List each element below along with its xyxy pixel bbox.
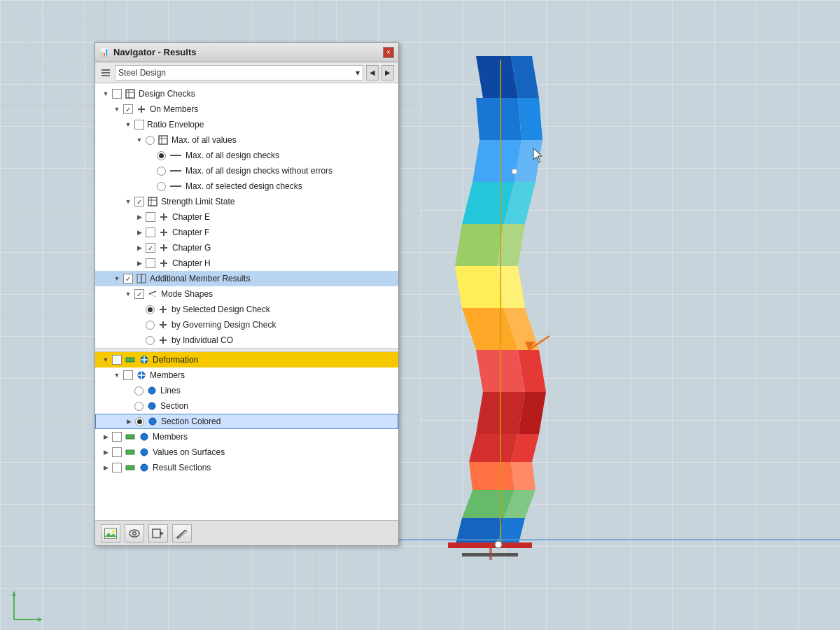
checkbox-mode-shapes[interactable] <box>134 289 144 299</box>
svg-marker-51 <box>12 592 16 596</box>
radio-max-design-checks[interactable] <box>157 151 166 160</box>
design-checks-label: Design Checks <box>139 89 195 99</box>
pen-button[interactable] <box>172 524 192 542</box>
tree-item-values-surfaces[interactable]: ▶ Values on Surfaces <box>95 444 398 460</box>
radio-max-selected[interactable] <box>157 182 166 191</box>
radio-by-selected-design[interactable] <box>146 305 155 314</box>
radio-max-all-values[interactable] <box>146 136 155 145</box>
tree-item-strength-limit[interactable]: ▼ Strength Limit State <box>95 194 398 209</box>
svg-marker-15 <box>476 98 522 140</box>
svg-rect-54 <box>102 75 110 76</box>
tree-item-mode-shapes[interactable]: ▼ Mode Shapes <box>95 286 398 302</box>
checkbox-chapter-e[interactable] <box>146 212 155 222</box>
result-sections-label: Result Sections <box>153 463 211 472</box>
expand-chapter-f[interactable]: ▶ <box>134 227 144 237</box>
checkbox-chapter-f[interactable] <box>146 227 155 237</box>
image-button[interactable] <box>101 524 120 542</box>
members-2-icon <box>125 431 136 442</box>
next-button[interactable]: ▶ <box>382 65 394 80</box>
radio-section[interactable] <box>134 402 144 411</box>
tree-item-ratio-envelope[interactable]: ▼ Ratio Envelope <box>95 117 398 132</box>
radio-max-no-errors[interactable] <box>157 167 166 176</box>
tree-item-chapter-f[interactable]: ▶ Chapter F <box>95 225 398 240</box>
by-selected-design-icon <box>158 304 169 315</box>
tree-item-additional-member[interactable]: ▼ Additional Member Results <box>95 271 398 286</box>
expand-result-sections[interactable]: ▶ <box>101 463 111 472</box>
expand-chapter-g[interactable]: ▶ <box>134 243 144 253</box>
checkbox-on-members[interactable] <box>123 104 133 114</box>
mouse-cursor <box>532 147 546 164</box>
by-governing-icon <box>158 319 169 330</box>
checkbox-chapter-h[interactable] <box>146 258 155 268</box>
chapter-e-icon <box>158 211 169 223</box>
tree-item-section[interactable]: ▶ Section <box>95 398 398 414</box>
tree-item-chapter-e[interactable]: ▶ Chapter E <box>95 209 398 225</box>
tree-item-members-sub[interactable]: ▼ Members <box>95 368 398 383</box>
expand-mode-shapes[interactable]: ▼ <box>123 289 133 299</box>
tree-item-members-2[interactable]: ▶ Members <box>95 429 398 444</box>
tree-item-design-checks[interactable]: ▼ Design Checks <box>95 86 398 102</box>
svg-point-92 <box>148 402 155 410</box>
max-design-checks-label: Max. of all design checks <box>186 150 279 160</box>
tree-item-deformation[interactable]: ▼ Deformation <box>95 352 398 368</box>
tree-item-max-selected[interactable]: ▶ Max. of selected design checks <box>95 178 398 194</box>
expand-chapter-e[interactable]: ▶ <box>134 212 144 222</box>
tree-item-max-no-errors[interactable]: ▶ Max. of all design checks without erro… <box>95 163 398 178</box>
tree-item-chapter-g[interactable]: ▶ Chapter G <box>95 240 398 255</box>
mode-shapes-label: Mode Shapes <box>161 289 213 299</box>
lines-icon <box>146 385 158 396</box>
expand-deformation[interactable]: ▼ <box>101 355 111 365</box>
expand-additional-member[interactable]: ▼ <box>112 274 122 284</box>
expand-on-members[interactable]: ▼ <box>112 104 122 114</box>
expand-values-surfaces[interactable]: ▶ <box>101 447 111 457</box>
tree-item-chapter-h[interactable]: ▶ Chapter H <box>95 255 398 271</box>
svg-point-97 <box>141 449 148 456</box>
checkbox-result-sections[interactable] <box>112 463 122 472</box>
checkbox-members-2[interactable] <box>112 432 122 442</box>
checkbox-additional-member[interactable] <box>123 274 133 284</box>
radio-by-individual-co[interactable] <box>146 336 155 345</box>
svg-marker-13 <box>476 56 518 98</box>
expand-strength-limit[interactable]: ▼ <box>123 197 133 206</box>
coordinate-axis <box>7 584 49 626</box>
tree-item-max-all-values[interactable]: ▼ Max. of all values <box>95 132 398 148</box>
video-button[interactable] <box>148 524 168 542</box>
deformation-label: Deformation <box>153 355 198 365</box>
expand-design-checks[interactable]: ▼ <box>101 89 111 99</box>
checkbox-members-sub[interactable] <box>123 370 133 380</box>
expand-ratio-envelope[interactable]: ▼ <box>123 120 133 130</box>
tree-item-by-selected-design[interactable]: ▶ by Selected Design Check <box>95 302 398 317</box>
eye-button[interactable] <box>125 524 144 542</box>
expand-section-colored[interactable]: ▶ <box>124 416 134 426</box>
expand-members-sub[interactable]: ▼ <box>112 370 122 380</box>
steel-design-dropdown[interactable]: Steel Design ▾ <box>115 65 363 80</box>
max-values-icon <box>158 134 169 146</box>
radio-by-governing[interactable] <box>146 321 155 330</box>
tree-item-on-members[interactable]: ▼ On Members <box>95 102 398 117</box>
values-surfaces-icon <box>125 447 136 458</box>
close-button[interactable]: × <box>383 47 394 58</box>
tree-item-by-governing[interactable]: ▶ by Governing Design Check <box>95 317 398 332</box>
tree-item-section-colored[interactable]: ▶ Section Colored <box>95 414 398 429</box>
radio-section-colored[interactable] <box>135 417 144 426</box>
checkbox-design-checks[interactable] <box>112 89 122 99</box>
checkbox-chapter-g[interactable] <box>146 243 155 253</box>
svg-marker-108 <box>160 531 164 536</box>
expand-max-all-values[interactable]: ▼ <box>134 135 144 145</box>
svg-line-76 <box>149 291 156 294</box>
checkbox-strength-limit[interactable] <box>134 197 144 206</box>
checkbox-ratio-envelope[interactable] <box>134 120 144 130</box>
tree-item-max-design-checks[interactable]: ▶ Max. of all design checks <box>95 148 398 163</box>
checkbox-deformation[interactable] <box>112 355 122 365</box>
tree-item-by-individual-co[interactable]: ▶ by Individual CO <box>95 332 398 348</box>
expand-members-2[interactable]: ▶ <box>101 432 111 442</box>
prev-button[interactable]: ◀ <box>366 65 379 80</box>
max-no-errors-label: Max. of all design checks without errors <box>186 166 332 176</box>
radio-lines[interactable] <box>134 386 144 396</box>
tree-item-result-sections[interactable]: ▶ Result Sections <box>95 460 398 475</box>
toolbar-menu-icon <box>99 66 112 79</box>
tree-item-lines[interactable]: ▶ Lines <box>95 383 398 398</box>
checkbox-values-surfaces[interactable] <box>112 447 122 457</box>
svg-marker-49 <box>38 617 42 622</box>
expand-chapter-h[interactable]: ▶ <box>134 258 144 268</box>
